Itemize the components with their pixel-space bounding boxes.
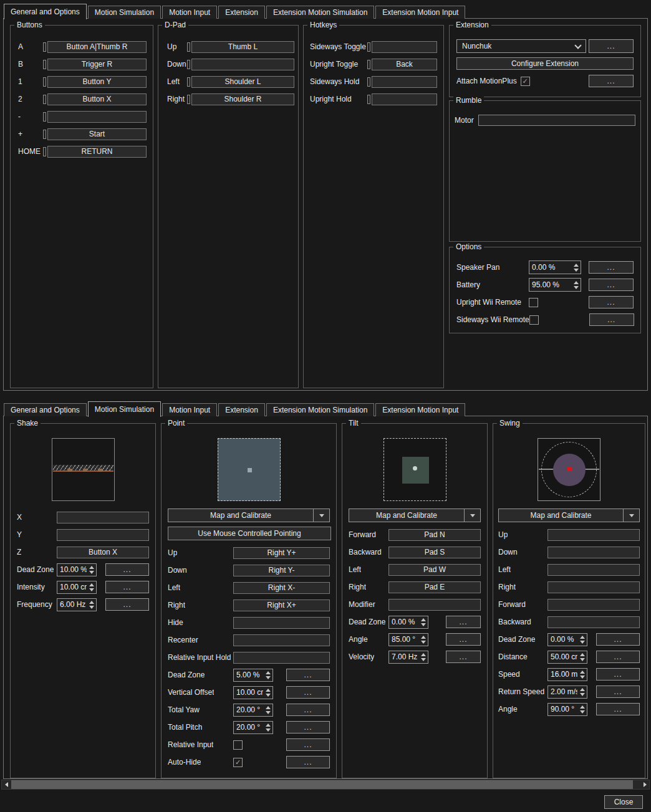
- extension-advanced-button[interactable]: ...: [589, 39, 634, 53]
- mapping-button-sideways-hold[interactable]: [372, 76, 437, 88]
- swing-return-speed-advanced-button[interactable]: ...: [596, 685, 640, 698]
- spin-up-icon[interactable]: [580, 653, 585, 656]
- mapping-button-minus[interactable]: [47, 111, 147, 123]
- swing-backward-mapping-button[interactable]: [547, 616, 640, 628]
- tab-extension-motion-simulation[interactable]: Extension Motion Simulation: [266, 6, 374, 19]
- battery-spinbox[interactable]: 95.00 %: [529, 278, 581, 292]
- spin-down-icon[interactable]: [89, 606, 94, 609]
- attach-motionplus-advanced-button[interactable]: ...: [589, 75, 634, 87]
- tilt-velocity-advanced-button[interactable]: ...: [446, 651, 481, 663]
- tilt-dead-zone-spinbox[interactable]: 0.00 %: [388, 616, 428, 629]
- spin-up-icon[interactable]: [266, 671, 271, 674]
- mapping-button-upright-hold[interactable]: [372, 93, 437, 105]
- tab-general-and-options[interactable]: General and Options: [4, 403, 87, 416]
- spin-up-icon[interactable]: [574, 264, 579, 267]
- swing-left-mapping-button[interactable]: [547, 564, 640, 576]
- relative-input-advanced-button[interactable]: ...: [286, 738, 330, 751]
- speaker-pan-advanced-button[interactable]: ...: [589, 261, 634, 274]
- shake-dead-zone-spinbox[interactable]: 10.00 %: [57, 563, 97, 576]
- tab-motion-simulation[interactable]: Motion Simulation: [88, 401, 161, 417]
- swing-distance-spinbox[interactable]: 50.00 cm: [547, 651, 587, 664]
- tab-extension-motion-input[interactable]: Extension Motion Input: [375, 403, 465, 416]
- mapping-button-1[interactable]: Button Y: [47, 76, 147, 88]
- point-total-yaw-advanced-button[interactable]: ...: [286, 704, 330, 716]
- mapping-button-upright-toggle[interactable]: Back: [372, 59, 437, 70]
- point-total-pitch-advanced-button[interactable]: ...: [286, 721, 330, 733]
- extension-select[interactable]: Nunchuk: [456, 39, 586, 53]
- mapping-button-dpad-right[interactable]: Shoulder R: [191, 93, 294, 105]
- swing-right-mapping-button[interactable]: [547, 581, 640, 593]
- tilt-map-and-calibrate-button[interactable]: Map and Calibrate: [349, 509, 481, 522]
- spin-down-icon[interactable]: [580, 710, 585, 714]
- spin-down-icon[interactable]: [421, 641, 426, 644]
- mapping-button-sideways-toggle[interactable]: [372, 41, 437, 53]
- spin-down-icon[interactable]: [266, 694, 271, 697]
- swing-dead-zone-advanced-button[interactable]: ...: [596, 633, 640, 646]
- mapping-button-home[interactable]: RETURN: [47, 146, 147, 158]
- mapping-button-a[interactable]: Button A|Thumb R: [47, 41, 147, 53]
- tab-motion-simulation[interactable]: Motion Simulation: [88, 6, 161, 19]
- shake-frequency-spinbox[interactable]: 6.00 Hz: [57, 598, 97, 611]
- tilt-backward-mapping-button[interactable]: Pad S: [388, 547, 481, 558]
- tilt-dead-zone-advanced-button[interactable]: ...: [446, 616, 481, 628]
- tab-extension[interactable]: Extension: [218, 403, 265, 416]
- shake-intensity-spinbox[interactable]: 10.00 cm: [57, 581, 97, 594]
- tilt-angle-advanced-button[interactable]: ...: [446, 633, 481, 646]
- spin-down-icon[interactable]: [421, 658, 426, 661]
- tab-extension[interactable]: Extension: [218, 6, 265, 19]
- spin-down-icon[interactable]: [580, 693, 585, 696]
- tilt-forward-mapping-button[interactable]: Pad N: [388, 529, 481, 541]
- swing-up-mapping-button[interactable]: [547, 529, 640, 541]
- spin-up-icon[interactable]: [421, 653, 426, 656]
- close-button[interactable]: Close: [604, 795, 643, 809]
- dropdown-arrow-icon[interactable]: [464, 509, 480, 522]
- attach-motionplus-checkbox[interactable]: ✓: [521, 77, 530, 86]
- spin-down-icon[interactable]: [89, 571, 94, 574]
- spin-up-icon[interactable]: [89, 566, 94, 569]
- shake-y-mapping-button[interactable]: [57, 529, 149, 541]
- tab-motion-input[interactable]: Motion Input: [162, 403, 217, 416]
- swing-angle-advanced-button[interactable]: ...: [596, 703, 640, 715]
- swing-down-mapping-button[interactable]: [547, 547, 640, 558]
- swing-angle-spinbox[interactable]: 90.00 °: [547, 703, 587, 716]
- battery-advanced-button[interactable]: ...: [589, 279, 634, 291]
- swing-map-and-calibrate-button[interactable]: Map and Calibrate: [498, 509, 640, 522]
- horizontal-scrollbar[interactable]: [1, 780, 650, 790]
- swing-return-speed-spinbox[interactable]: 2.00 m/s: [547, 685, 587, 699]
- mapping-button-2[interactable]: Button X: [47, 93, 147, 105]
- swing-speed-spinbox[interactable]: 16.00 m/s: [547, 668, 587, 681]
- spin-up-icon[interactable]: [574, 281, 579, 284]
- sideways-wii-remote-checkbox[interactable]: [529, 315, 539, 325]
- upright-wii-remote-checkbox[interactable]: [529, 298, 538, 307]
- swing-speed-advanced-button[interactable]: ...: [596, 668, 640, 681]
- point-down-mapping-button[interactable]: Right Y-: [233, 565, 330, 576]
- spin-up-icon[interactable]: [266, 724, 271, 727]
- point-vertical-offset-advanced-button[interactable]: ...: [286, 686, 330, 699]
- shake-z-mapping-button[interactable]: Button X: [57, 547, 149, 558]
- spin-down-icon[interactable]: [574, 269, 579, 272]
- scroll-left-icon[interactable]: [2, 780, 11, 789]
- swing-distance-advanced-button[interactable]: ...: [596, 651, 640, 663]
- point-map-and-calibrate-button[interactable]: Map and Calibrate: [168, 509, 330, 522]
- swing-dead-zone-spinbox[interactable]: 0.00 %: [547, 633, 587, 646]
- point-hide-mapping-button[interactable]: [233, 617, 330, 629]
- point-dead-zone-advanced-button[interactable]: ...: [286, 669, 330, 681]
- spin-up-icon[interactable]: [266, 689, 271, 692]
- scrollbar-thumb[interactable]: [11, 780, 633, 789]
- spin-up-icon[interactable]: [580, 671, 585, 674]
- spin-down-icon[interactable]: [421, 623, 426, 626]
- dropdown-arrow-icon[interactable]: [623, 509, 639, 522]
- point-total-yaw-spinbox[interactable]: 20.00 °: [233, 704, 273, 717]
- configure-extension-button[interactable]: Configure Extension: [456, 57, 634, 70]
- point-right-mapping-button[interactable]: Right X+: [233, 599, 330, 611]
- mapping-button-plus[interactable]: Start: [47, 128, 147, 140]
- shake-dead-zone-advanced-button[interactable]: ...: [105, 563, 149, 576]
- spin-down-icon[interactable]: [574, 286, 579, 289]
- spin-down-icon[interactable]: [89, 588, 94, 591]
- spin-up-icon[interactable]: [421, 618, 426, 621]
- tilt-modifier-mapping-button[interactable]: [388, 599, 481, 611]
- auto-hide-checkbox[interactable]: ✓: [233, 758, 243, 767]
- spin-up-icon[interactable]: [580, 705, 585, 709]
- swing-forward-mapping-button[interactable]: [547, 599, 640, 611]
- dropdown-arrow-icon[interactable]: [313, 509, 329, 522]
